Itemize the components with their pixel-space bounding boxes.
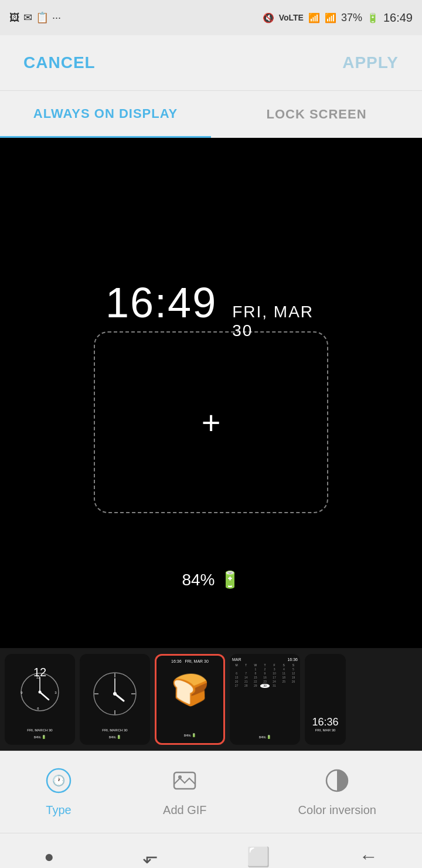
- thumb5-time: 16:36: [312, 716, 338, 728]
- battery-percent: 37%: [341, 12, 362, 24]
- color-inversion-icon: [324, 768, 350, 799]
- thumbnail-item-0[interactable]: 12 12 3 6 9 FRI, MARCH 30 84% 🔋: [5, 654, 75, 745]
- thumb3-topbar: 16:36 FRI, MAR 30: [159, 659, 221, 663]
- battery-icon: 🔋: [220, 570, 240, 589]
- status-left-icons: 🖼 ✉ 📋 ···: [9, 11, 61, 24]
- battery-row: 84% 🔋: [182, 570, 240, 589]
- add-icon: +: [202, 404, 221, 442]
- status-time: 16:49: [383, 11, 413, 25]
- thumb5-date: FRI, MAR 30: [315, 728, 336, 732]
- svg-text:🕐: 🕐: [52, 774, 66, 787]
- svg-point-7: [39, 691, 42, 694]
- add-gif-button[interactable]: Add GIF: [163, 768, 206, 817]
- thumb1-analog: 12 3 6 9: [19, 672, 60, 713]
- color-inversion-label: Color inversion: [298, 803, 376, 817]
- mute-icon: 🔇: [263, 12, 274, 23]
- type-label: Type: [46, 803, 71, 817]
- preview-time: 16:49: [106, 279, 217, 327]
- thumbnail-strip: 12 12 3 6 9 FRI, MARCH 30 84% 🔋: [0, 648, 422, 751]
- bottom-toolbar: 🕐 Type Add GIF Color inversion: [0, 751, 422, 833]
- svg-text:3: 3: [55, 691, 57, 694]
- status-right-icons: 🔇 VoLTE 📶 📶 37% 🔋 16:49: [263, 11, 413, 25]
- add-gif-label: Add GIF: [163, 803, 206, 817]
- thumbnail-item-4[interactable]: 16:36 FRI, MAR 30: [305, 654, 346, 745]
- thumb4-battery: 84% 🔋: [259, 735, 271, 739]
- thumbnail-item-2[interactable]: 16:36 FRI, MAR 30 🍞 84% 🔋: [155, 654, 225, 745]
- thumb2-battery: 84% 🔋: [109, 735, 121, 739]
- add-content-box[interactable]: +: [94, 331, 328, 513]
- wifi-icon: 📶: [308, 12, 320, 23]
- tab-lock-screen[interactable]: LOCK SCREEN: [211, 91, 422, 138]
- thumb1-battery: 84% 🔋: [34, 735, 46, 739]
- battery-percentage: 84%: [182, 571, 215, 589]
- status-bar: 🖼 ✉ 📋 ··· 🔇 VoLTE 📶 📶 37% 🔋 16:49: [0, 0, 422, 35]
- mail-icon: ✉: [23, 11, 32, 24]
- thumb3-battery: 84% 🔋: [184, 733, 196, 737]
- svg-line-5: [40, 692, 49, 700]
- thumb4-header: MAR16:36: [232, 657, 298, 662]
- volte-label: VoLTE: [279, 13, 304, 22]
- type-icon: 🕐: [46, 768, 72, 799]
- thumb4-cal-grid: M T W T F S S 1 2 3 4 5 6 7 8 9 10: [232, 663, 298, 688]
- preview-area: 16:49 FRI, MAR 30 + 84% 🔋: [0, 138, 422, 648]
- thumbnail-item-3[interactable]: MAR16:36 M T W T F S S 1 2 3 4 5 6: [230, 654, 300, 745]
- cancel-button[interactable]: CANCEL: [23, 53, 96, 72]
- color-inversion-button[interactable]: Color inversion: [298, 768, 376, 817]
- thumb1-date: FRI, MARCH 30: [27, 728, 52, 732]
- nav-back-button[interactable]: ←: [359, 846, 377, 867]
- svg-point-15: [113, 692, 117, 696]
- thumbnail-item-1[interactable]: FRI, MARCH 30 84% 🔋: [80, 654, 150, 745]
- action-bar: CANCEL APPLY: [0, 35, 422, 91]
- tabs: ALWAYS ON DISPLAY LOCK SCREEN: [0, 91, 422, 138]
- more-icon: ···: [52, 12, 61, 24]
- apply-button[interactable]: APPLY: [342, 53, 399, 72]
- nav-recents-button[interactable]: ⬐: [142, 846, 158, 868]
- nav-dot-button[interactable]: ●: [45, 847, 55, 866]
- thumb2-analog: [91, 670, 138, 717]
- add-gif-icon: [172, 768, 198, 799]
- type-button[interactable]: 🕐 Type: [46, 768, 72, 817]
- battery-icon: 🔋: [367, 12, 379, 23]
- svg-text:6: 6: [37, 707, 39, 710]
- thumb2-date: FRI, MARCH 30: [102, 728, 127, 732]
- tab-always-on-display[interactable]: ALWAYS ON DISPLAY: [0, 91, 211, 138]
- svg-text:9: 9: [21, 691, 23, 694]
- nav-home-button[interactable]: ⬜: [247, 846, 270, 868]
- svg-point-19: [178, 775, 182, 779]
- thumb3-gif-icon: 🍞: [171, 672, 209, 708]
- signal-icon: 📶: [325, 12, 336, 23]
- image-icon: 🖼: [9, 12, 20, 24]
- nav-bar: ● ⬐ ⬜ ←: [0, 833, 422, 868]
- clipboard-icon: 📋: [36, 11, 49, 24]
